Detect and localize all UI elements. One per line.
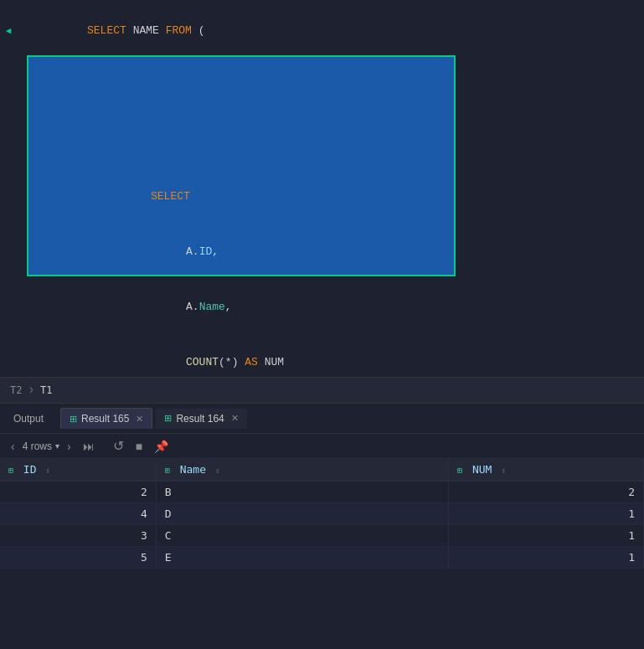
tab-result-165[interactable]: ⊞ Result 165 ✕	[60, 408, 152, 429]
table-row: 3 C 1	[0, 525, 644, 547]
breadcrumb-separator: ›	[27, 383, 35, 398]
col-num-label: NUM	[472, 463, 492, 476]
cell-num-3: 1	[449, 547, 644, 569]
tab-result-165-close[interactable]: ✕	[136, 414, 143, 425]
cell-id-3: 5	[0, 547, 156, 569]
col-num-sort[interactable]: ⇕	[501, 466, 506, 475]
cell-name-1: D	[156, 503, 448, 525]
col-num-icon: ⊞	[457, 466, 462, 475]
cell-name-0: B	[156, 481, 448, 503]
tab-result-165-label: Result 165	[81, 413, 129, 425]
table-row: 2 B 2	[0, 481, 644, 503]
rows-dropdown-icon: ▾	[55, 441, 59, 451]
tab-result-164[interactable]: ⊞ Result 164 ✕	[156, 409, 246, 429]
tabs-bar: Output ⊞ Result 165 ✕ ⊞ Result 164 ✕	[0, 404, 644, 434]
col-name-icon: ⊞	[165, 466, 170, 475]
line-content-2: SELECT NAME,RANK()OVER(ORDER BY NUM DESC…	[17, 59, 637, 114]
code-line-3: FROM (	[0, 114, 644, 169]
table-row: 5 E 1	[0, 547, 644, 569]
editor-area[interactable]: ◀ SELECT NAME FROM ( SELECT NAME,RANK()O…	[0, 0, 644, 377]
cell-id-2: 3	[0, 525, 156, 547]
line-content-5: A.ID,	[17, 224, 637, 280]
prev-button[interactable]: ‹	[7, 438, 19, 455]
col-id-label: ID	[23, 463, 37, 476]
table-body: 2 B 2 4 D 1 3 C 1 5 E 1	[0, 481, 644, 569]
stop-button[interactable]: ■	[131, 438, 147, 455]
last-button[interactable]: ⏭	[79, 438, 99, 455]
cell-num-2: 1	[449, 525, 644, 547]
result-table: ⊞ ID ⇕ ⊞ Name ⇕ ⊞ NUM ⇕	[0, 459, 644, 569]
tab-result-164-close[interactable]: ✕	[231, 413, 239, 424]
table-header-row: ⊞ ID ⇕ ⊞ Name ⇕ ⊞ NUM ⇕	[0, 459, 644, 481]
code-line-1: ◀ SELECT NAME FROM (	[0, 3, 644, 59]
line-content-4: SELECT	[17, 169, 637, 224]
tab-result-164-icon: ⊞	[164, 413, 172, 424]
toolbar-bar: ‹ 4 rows ▾ › ⏭ ↺ ■ 📌	[0, 434, 644, 459]
cell-name-2: C	[156, 525, 448, 547]
result-table-wrap: ⊞ ID ⇕ ⊞ Name ⇕ ⊞ NUM ⇕	[0, 459, 644, 649]
breadcrumb-t1: T1	[40, 384, 52, 396]
line-content-6: A.Name,	[17, 280, 637, 335]
code-line-7: COUNT(*) AS NUM	[0, 335, 644, 377]
col-header-id[interactable]: ⊞ ID ⇕	[0, 459, 156, 481]
app-container: ◀ SELECT NAME FROM ( SELECT NAME,RANK()O…	[0, 0, 644, 649]
code-line-6: A.Name,	[0, 280, 644, 335]
line-content-1: SELECT NAME FROM (	[17, 3, 637, 59]
rows-label: 4 rows	[23, 440, 52, 452]
tab-result-164-label: Result 164	[176, 413, 224, 425]
cell-num-1: 1	[449, 503, 644, 525]
col-header-num[interactable]: ⊞ NUM ⇕	[449, 459, 644, 481]
code-line-5: A.ID,	[0, 224, 644, 280]
col-header-name[interactable]: ⊞ Name ⇕	[156, 459, 448, 481]
cell-id-0: 2	[0, 481, 156, 503]
cell-name-3: E	[156, 547, 448, 569]
cell-id-1: 4	[0, 503, 156, 525]
col-id-icon: ⊞	[8, 466, 13, 475]
col-id-sort[interactable]: ⇕	[45, 466, 50, 475]
line-content-7: COUNT(*) AS NUM	[17, 335, 637, 377]
table-row: 4 D 1	[0, 503, 644, 525]
pin-button[interactable]: 📌	[150, 438, 173, 455]
breadcrumb-t2: T2	[10, 384, 22, 396]
refresh-button[interactable]: ↺	[109, 436, 128, 456]
next-button[interactable]: ›	[63, 438, 75, 455]
col-name-sort[interactable]: ⇕	[215, 466, 220, 475]
gutter-1: ◀	[0, 22, 17, 40]
breadcrumb-bar: T2 › T1	[0, 377, 644, 404]
tab-result-165-icon: ⊞	[70, 414, 77, 425]
cell-num-0: 2	[449, 481, 644, 503]
tab-output[interactable]: Output	[3, 408, 54, 430]
code-line-2: SELECT NAME,RANK()OVER(ORDER BY NUM DESC…	[0, 59, 644, 114]
col-name-label: Name	[180, 463, 206, 476]
code-line-4: SELECT	[0, 169, 644, 224]
line-content-3: FROM (	[17, 114, 637, 169]
